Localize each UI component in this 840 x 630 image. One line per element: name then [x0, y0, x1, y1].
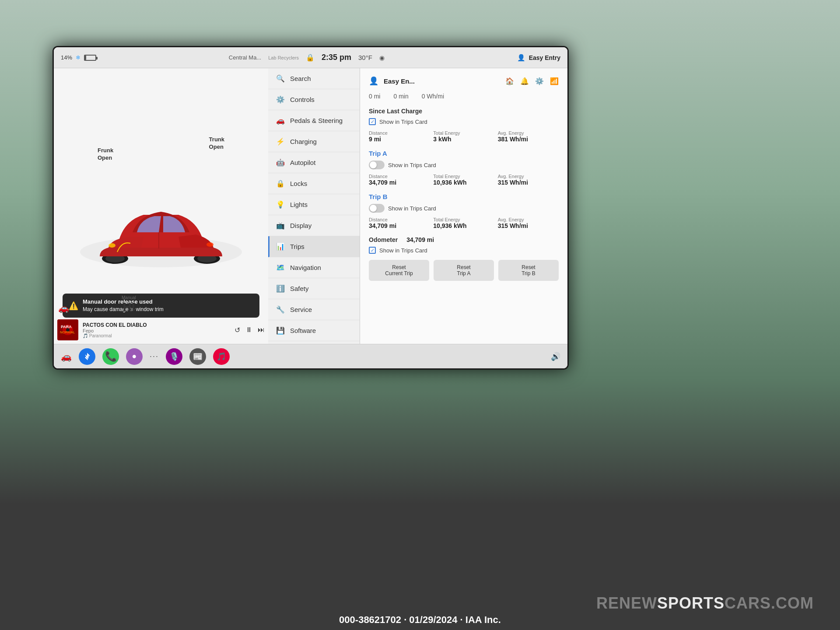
trip-b-stats: Distance 34,709 mi Total Energy 10,936 k… — [369, 217, 559, 229]
tb-energy-value: 10,936 kWh — [433, 222, 494, 229]
warning-icon: ⚠️ — [69, 301, 78, 311]
menu-service-label: Service — [290, 306, 312, 313]
menu-item-software[interactable]: 💾 Software — [268, 320, 360, 341]
music-button[interactable]: 🎵 — [213, 348, 230, 365]
car-svg: ⚡ — [69, 182, 253, 278]
pause-icon[interactable]: ⏸ — [245, 326, 252, 334]
status-left: 14% ❄ — [61, 54, 96, 61]
navigation-icon: 🗺️ — [276, 263, 285, 272]
safety-icon: ℹ️ — [276, 284, 285, 293]
svg-text:PARA: PARA — [61, 325, 72, 329]
forward-icon[interactable]: ⏭ — [258, 326, 265, 334]
battery-percent: 14% — [61, 54, 72, 61]
menu-controls-label: Controls — [290, 96, 315, 103]
menu-item-display[interactable]: 📺 Display — [268, 215, 360, 236]
status-bar: 14% ❄ Central Ma... Lab Recyclers 🔒 2:35… — [54, 47, 567, 68]
trip-a-toggle-label: Show in Trips Card — [388, 162, 436, 168]
service-icon: 🔧 — [276, 305, 285, 314]
menu-item-navigation[interactable]: 🗺️ Navigation — [268, 257, 360, 278]
odometer-section: Odometer 34,709 mi ✓ Show in Trips Card — [369, 236, 559, 254]
menu-locks-label: Locks — [290, 180, 307, 187]
since-last-charge-checkbox[interactable]: ✓ — [369, 118, 376, 125]
trip-b-toggle[interactable] — [369, 204, 385, 213]
trip-b-toggle-label: Show in Trips Card — [388, 205, 436, 212]
frunk-label: Frunk Open — [98, 147, 113, 162]
sub-location-label: Lab Recyclers — [268, 55, 299, 60]
frunk-title: Frunk — [98, 147, 113, 154]
reset-current-trip-button[interactable]: ResetCurrent Trip — [369, 260, 429, 281]
reset-trip-b-button[interactable]: ResetTrip B — [498, 260, 559, 281]
bell-icon: 🔔 — [520, 77, 529, 85]
profile-icon: 👤 — [517, 54, 525, 62]
profile-header: 👤 Easy En... 🏠 🔔 ⚙️ 📶 — [369, 76, 559, 86]
trunk-status: Open — [209, 144, 224, 151]
menu-item-safety[interactable]: ℹ️ Safety — [268, 278, 360, 299]
ta-distance: Distance 34,709 mi — [369, 174, 430, 186]
trip-b-toggle-knob — [370, 205, 377, 212]
menu-item-service[interactable]: 🔧 Service — [268, 299, 360, 320]
volume-icon[interactable]: 🔊 — [551, 352, 560, 361]
signal-icon: ◉ — [379, 54, 385, 61]
temperature-display: 30°F — [358, 54, 372, 61]
slc-energy-value: 3 kWh — [433, 136, 494, 143]
trip-a-toggle-row: Show in Trips Card — [369, 161, 559, 169]
locks-icon: 🔒 — [276, 179, 285, 188]
ta-avg-value: 315 Wh/mi — [498, 179, 559, 186]
odometer-check-row: ✓ Show in Trips Card — [369, 247, 559, 254]
autopilot-icon: 🤖 — [276, 158, 285, 167]
menu-item-pedals[interactable]: 🚗 Pedals & Steering — [268, 110, 360, 131]
app-button[interactable]: ● — [126, 348, 143, 365]
stat-time: 0 min — [393, 93, 408, 100]
car-area: Frunk Open Trunk Open — [54, 68, 268, 344]
main-area: Frunk Open Trunk Open — [54, 68, 567, 344]
menu-item-controls[interactable]: ⚙️ Controls — [268, 89, 360, 110]
search-icon: 🔍 — [276, 74, 285, 83]
status-center: Central Ma... Lab Recyclers 🔒 2:35 pm 30… — [105, 53, 508, 62]
menu-lights-label: Lights — [290, 201, 308, 208]
slc-avg-value: 381 Wh/mi — [498, 136, 559, 143]
car-taskbar-icon[interactable]: 🚗 — [61, 351, 72, 362]
profile-avatar-icon: 👤 — [369, 76, 378, 86]
music-title: PACTOS CON EL DIABLO — [83, 322, 230, 328]
reset-trip-a-button[interactable]: ResetTrip A — [434, 260, 494, 281]
slc-distance-value: 9 mi — [369, 136, 430, 143]
more-dots-icon[interactable]: ··· — [150, 352, 159, 361]
reset-buttons: ResetCurrent Trip ResetTrip A ResetTrip … — [369, 260, 559, 281]
slc-avg-label: Avg. Energy — [498, 130, 559, 136]
menu-item-autopilot[interactable]: 🤖 Autopilot — [268, 152, 360, 173]
podcast-button[interactable]: 🎙️ — [166, 348, 182, 365]
manual-label: Manual — [122, 295, 136, 300]
since-last-charge-stats: Distance 9 mi Total Energy 3 kWh Avg. En… — [369, 130, 559, 143]
bluetooth-button[interactable] — [79, 348, 95, 365]
since-last-charge-check-label: Show in Trips Card — [379, 119, 427, 125]
menu-item-locks[interactable]: 🔒 Locks — [268, 173, 360, 194]
svg-point-6 — [108, 243, 116, 248]
trip-a-header: Trip A — [369, 150, 559, 157]
controls-icon: ⚙️ — [276, 95, 285, 104]
trip-a-toggle[interactable] — [369, 161, 385, 169]
menu-software-label: Software — [290, 327, 316, 334]
pedals-icon: 🚗 — [276, 116, 285, 125]
replay-icon[interactable]: ↺ — [234, 326, 240, 334]
odometer-checkbox[interactable]: ✓ — [369, 247, 376, 254]
menu-item-lights[interactable]: 💡 Lights — [268, 194, 360, 215]
music-artist: Fepo — [83, 328, 230, 333]
hi-text: HI — [122, 300, 136, 314]
news-button[interactable]: 📰 — [189, 348, 206, 365]
menu-item-charging[interactable]: ⚡ Charging — [268, 131, 360, 152]
profile-name: Easy En... — [384, 77, 415, 85]
menu-item-search[interactable]: 🔍 Search — [268, 68, 360, 89]
phone-button[interactable]: 📞 — [102, 348, 119, 365]
tb-distance: Distance 34,709 mi — [369, 217, 430, 229]
ta-distance-label: Distance — [369, 174, 430, 179]
car-bottom-icon[interactable]: 🚗 — [58, 303, 69, 313]
trunk-title: Trunk — [209, 136, 224, 144]
ta-energy-value: 10,936 kWh — [433, 179, 494, 186]
menu-item-upgrades[interactable]: 🔋 Upgrades — [268, 341, 360, 344]
trip-a-stats: Distance 34,709 mi Total Energy 10,936 k… — [369, 174, 559, 186]
music-genre: 🎵 Paranormal — [83, 333, 230, 338]
tb-distance-value: 34,709 mi — [369, 222, 430, 229]
menu-item-trips[interactable]: 📊 Trips — [268, 236, 360, 257]
tesla-screen: 14% ❄ Central Ma... Lab Recyclers 🔒 2:35… — [52, 46, 569, 370]
lights-icon: 💡 — [276, 200, 285, 209]
